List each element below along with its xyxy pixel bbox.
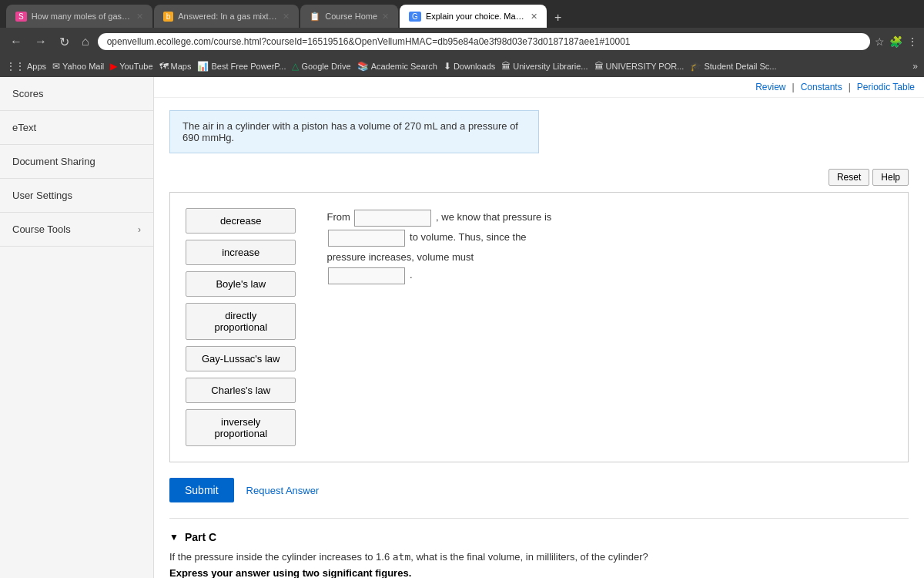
bookmark-downloads-label: Downloads (454, 62, 495, 71)
sidebar-item-scores[interactable]: Scores (0, 77, 153, 111)
browser-chrome: S How many moles of gas are in... ✕ b An… (0, 0, 924, 77)
bookmark-powerp-label: Best Free PowerP... (211, 62, 286, 71)
constants-link[interactable]: Constants (801, 82, 842, 92)
bookmark-academic[interactable]: 📚 Academic Search (357, 61, 437, 72)
menu-icon[interactable]: ⋮ (907, 35, 918, 48)
back-button[interactable]: ← (6, 33, 26, 50)
new-tab-button[interactable]: + (548, 8, 567, 28)
drag-item-directly-proportional[interactable]: directly proportional (186, 303, 296, 340)
bookmarks-bar: ⋮⋮ Apps ✉ Yahoo Mail ▶ YouTube 🗺 Maps 📊 … (0, 55, 924, 77)
drag-item-decrease[interactable]: decrease (186, 208, 296, 234)
drop-box-3[interactable] (328, 267, 405, 284)
tab-4-close[interactable]: ✕ (531, 12, 537, 22)
drag-item-gay-lussac[interactable]: Gay-Lussac's law (186, 346, 296, 371)
review-link[interactable]: Review (755, 82, 785, 92)
separator-1: | (792, 82, 795, 92)
tab-4-label: Explain your choice. Match the... (426, 12, 526, 21)
tab-3-label: Course Home (325, 12, 377, 21)
student-icon: 🎓 (690, 61, 701, 72)
page-body: Scores eText Document Sharing User Setti… (0, 77, 924, 578)
sidebar-scores-label: Scores (12, 88, 43, 99)
sidebar: Scores eText Document Sharing User Setti… (0, 77, 154, 578)
tab-1-label: How many moles of gas are in... (32, 12, 132, 21)
top-links: Review | Constants | Periodic Table (154, 77, 924, 98)
periodic-table-link[interactable]: Periodic Table (857, 82, 915, 92)
bookmark-gdrive[interactable]: △ Google Drive (292, 61, 350, 72)
tab-4[interactable]: G Explain your choice. Match the... ✕ (400, 5, 547, 28)
bookmark-university[interactable]: 🏛 University Librarie... (501, 61, 588, 72)
refresh-button[interactable]: ↻ (55, 33, 73, 51)
tab-1-close[interactable]: ✕ (136, 12, 143, 22)
tab-1[interactable]: S How many moles of gas are in... ✕ (6, 5, 152, 28)
tab-3-favicon: 📋 (310, 12, 320, 22)
forward-button[interactable]: → (31, 33, 51, 50)
bookmark-student[interactable]: 🎓 Student Detail Sc... (690, 61, 776, 72)
drag-item-inversely-proportional[interactable]: inversely proportional (186, 409, 296, 446)
sidebar-item-document-sharing[interactable]: Document Sharing (0, 145, 153, 179)
drop-box-1[interactable] (354, 210, 431, 227)
extensions-icon[interactable]: 🧩 (889, 35, 902, 48)
tab-1-favicon: S (15, 12, 27, 22)
bookmark-apps[interactable]: ⋮⋮ Apps (6, 61, 46, 72)
reset-help-bar: Reset Help (169, 169, 909, 186)
from-label: From (326, 211, 353, 223)
yahoo-icon: ✉ (52, 61, 60, 72)
bookmark-maps[interactable]: 🗺 Maps (159, 61, 192, 72)
bookmark-youtube-label: YouTube (119, 62, 152, 71)
powerp-icon: 📊 (197, 61, 209, 72)
help-button[interactable]: Help (872, 169, 909, 186)
more-bookmarks[interactable]: » (912, 61, 918, 72)
drag-item-charles[interactable]: Charles's law (186, 378, 296, 403)
bookmark-apps-label: Apps (27, 62, 46, 71)
bookmark-powerp[interactable]: 📊 Best Free PowerP... (197, 61, 286, 72)
bookmark-gdrive-label: Google Drive (301, 62, 350, 71)
sidebar-usersettings-label: User Settings (12, 190, 72, 201)
home-button[interactable]: ⌂ (78, 33, 93, 50)
submit-button[interactable]: Submit (169, 478, 234, 502)
bookmark-univ-portal-label: UNIVERSITY POR... (606, 62, 685, 71)
tab-2-favicon: b (163, 12, 174, 22)
drop-sentence-area: From , we know that pressure is to volum… (326, 208, 892, 286)
tab-4-favicon: G (409, 12, 421, 22)
sentence-mid1: , we know that pressure is (436, 211, 551, 223)
bookmark-university-label: University Librarie... (513, 62, 588, 71)
sidebar-item-etext[interactable]: eText (0, 111, 153, 145)
bookmark-yahoo[interactable]: ✉ Yahoo Mail (52, 61, 104, 72)
main-content: Review | Constants | Periodic Table The … (154, 77, 924, 578)
bookmark-youtube[interactable]: ▶ YouTube (110, 61, 152, 72)
bookmark-star-icon[interactable]: ☆ (875, 35, 885, 48)
drag-item-boyles-law[interactable]: Boyle's law (186, 271, 296, 297)
url-bar[interactable]: openvellum.ecollege.com/course.html?cour… (98, 33, 870, 50)
bookmark-downloads[interactable]: ⬇ Downloads (444, 61, 495, 72)
part-c-question-text: If the pressure inside the cylinder incr… (169, 551, 909, 563)
drop-box-2[interactable] (328, 230, 405, 247)
bookmark-maps-label: Maps (171, 62, 192, 71)
tab-2-label: Answered: In a gas mixture, th... (178, 12, 278, 21)
tab-2[interactable]: b Answered: In a gas mixture, th... ✕ (154, 5, 300, 28)
gdrive-icon: △ (292, 61, 299, 72)
submit-area: Submit Request Answer (169, 478, 909, 502)
request-answer-link[interactable]: Request Answer (246, 485, 320, 496)
tab-2-close[interactable]: ✕ (283, 12, 290, 22)
nav-icons: ☆ 🧩 ⋮ (875, 35, 918, 48)
sidebar-item-user-settings[interactable]: User Settings (0, 179, 153, 213)
bookmark-yahoo-label: Yahoo Mail (62, 62, 104, 71)
part-c-header: ▼ Part C (169, 531, 909, 543)
bookmark-univ-portal[interactable]: 🏛 UNIVERSITY POR... (594, 61, 685, 72)
sidebar-item-course-tools[interactable]: Course Tools › (0, 213, 153, 247)
chevron-right-icon: › (138, 224, 141, 235)
collapse-icon[interactable]: ▼ (169, 532, 179, 543)
bookmark-student-label: Student Detail Sc... (704, 62, 776, 71)
univ-portal-icon: 🏛 (594, 61, 604, 72)
drag-item-increase[interactable]: increase (186, 240, 296, 265)
reset-button[interactable]: Reset (829, 169, 869, 186)
tab-3-close[interactable]: ✕ (382, 12, 389, 22)
university-icon: 🏛 (501, 61, 511, 72)
tab-3[interactable]: 📋 Course Home ✕ (300, 5, 398, 28)
academic-icon: 📚 (357, 61, 369, 72)
bookmark-academic-label: Academic Search (371, 62, 437, 71)
part-c-label: Part C (185, 531, 216, 543)
drag-items-list: decrease increase Boyle's law directly p… (186, 208, 296, 446)
separator-2: | (849, 82, 851, 92)
question-area: The air in a cylinder with a piston has … (154, 98, 924, 578)
